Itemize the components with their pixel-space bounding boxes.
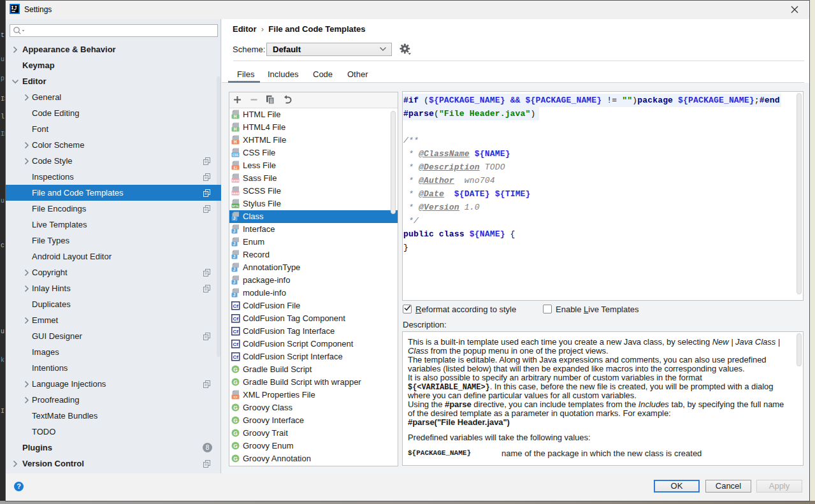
svg-text:STYL: STYL	[232, 205, 239, 208]
svg-text:Cf: Cf	[233, 354, 239, 360]
svg-text:G: G	[233, 417, 238, 424]
svg-text:J: J	[233, 229, 236, 233]
svg-text:H: H	[234, 114, 237, 119]
svg-text:J: J	[233, 254, 236, 259]
svg-text:J: J	[233, 241, 236, 246]
svg-text:J: J	[233, 292, 236, 297]
svg-text:Cf: Cf	[233, 342, 239, 347]
svg-text:(L): (L)	[233, 166, 237, 169]
svg-text:G: G	[233, 430, 238, 436]
svg-text:H: H	[234, 127, 237, 131]
svg-text:SASS: SASS	[232, 192, 240, 195]
svg-text:J: J	[233, 216, 236, 220]
svg-text:SASS: SASS	[232, 179, 240, 182]
svg-text:G: G	[233, 443, 238, 449]
svg-text:Cf: Cf	[233, 316, 239, 322]
svg-text:J: J	[233, 267, 236, 271]
svg-text:<>: <>	[233, 395, 237, 399]
svg-text:J: J	[233, 280, 236, 284]
svg-text:G: G	[233, 456, 238, 462]
svg-text:Cf: Cf	[233, 329, 239, 335]
svg-text:H: H	[234, 140, 237, 144]
svg-text:Cf: Cf	[233, 303, 239, 309]
svg-text:G: G	[233, 379, 238, 385]
svg-text:CSS: CSS	[233, 154, 238, 157]
svg-text:G: G	[233, 405, 238, 411]
svg-text:G: G	[233, 366, 238, 373]
